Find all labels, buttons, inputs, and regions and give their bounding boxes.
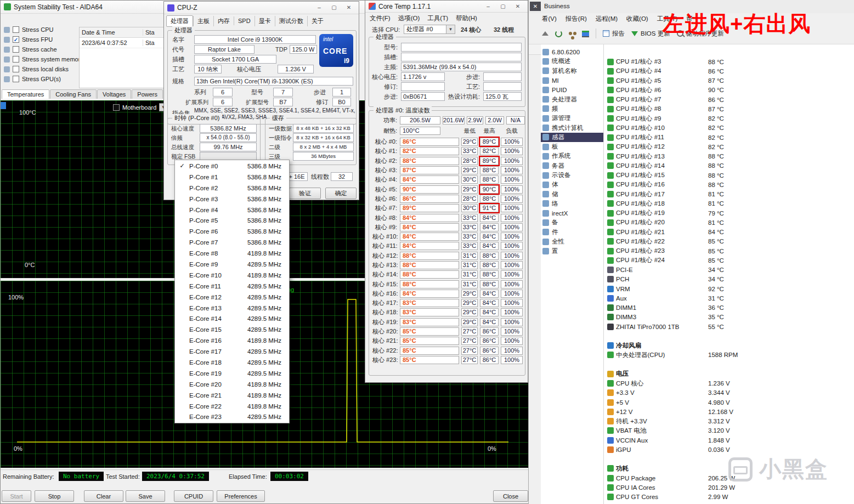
core-menu-item[interactable]: E-Core #16 4189.8 MHz [175,335,289,346]
cpuz-tab[interactable]: 内存 [213,16,234,26]
checkbox[interactable] [13,46,19,53]
maximize-icon[interactable]: ▢ [496,2,510,12]
sensor-row[interactable]: +12 V 12.168 V [604,407,854,416]
clear-button[interactable]: Clear [84,490,123,502]
sensor-row[interactable]: +5 V 4.980 V [604,398,854,407]
tree-item[interactable]: 置 [541,246,603,256]
core-menu-item[interactable]: P-Core #4 5386.8 MHz [175,205,289,216]
sensor-row[interactable]: VRM 92 °C [604,284,854,293]
tree-item[interactable]: 示设备 [541,171,603,180]
sensor-row[interactable]: CPU 核心 1.236 V [604,379,854,388]
core-menu-item[interactable]: E-Core #10 4189.8 MHz [175,270,289,281]
menu-item[interactable]: 文件(F) [370,14,391,22]
cpuz-tab[interactable]: 测试分数 [275,16,307,26]
report-button[interactable]: 报告 [603,30,625,38]
sensor-row[interactable]: PCH 34 °C [604,275,854,284]
sensor-row[interactable]: CPU #1/核心 #8 87 °C [604,104,854,114]
sensor-row[interactable]: VCCIN Aux 1.848 V [604,435,854,445]
sensor-row[interactable]: CPU #1/核心 #12 82 °C [604,142,854,151]
menu-item[interactable]: 选项(O) [398,14,420,22]
refresh-icon[interactable] [555,30,562,37]
cpu-selector[interactable]: 处理器 #0 ▾ [404,25,455,34]
sensor-row[interactable]: CPU #1/核心 #7 86 °C [604,95,854,104]
tree-item[interactable]: 6.80.6200 [541,47,603,56]
sensor-row[interactable]: CPU #1/核心 #3 88 °C [604,57,854,66]
tree-item[interactable]: 作系统 [541,151,603,161]
ok-button[interactable]: 确定 [325,188,357,199]
stress-option[interactable]: Stress GPU(s) [4,74,83,84]
start-button[interactable]: Start [2,490,31,502]
series-selector[interactable]: Motherboard ▾ [113,103,167,111]
tree-item[interactable]: 感器 [541,133,603,142]
sensor-row[interactable]: VBAT 电池 3.120 V [604,426,854,435]
stop-button[interactable]: Stop [35,490,74,502]
core-menu-item[interactable]: P-Core #1 5386.8 MHz [175,172,289,183]
tree-item[interactable]: 络 [541,199,603,208]
stress-option[interactable]: Stress system memory [4,54,83,64]
sensor-row[interactable]: CPU #1/核心 #14 88 °C [604,161,854,171]
core-menu-item[interactable]: E-Core #13 4289.5 MHz [175,303,289,314]
core-menu-item[interactable]: P-Core #7 5386.8 MHz [175,237,289,248]
stress-option[interactable]: Stress FPU [4,35,83,44]
stress-option[interactable]: Stress CPU [4,25,83,35]
sensor-row[interactable]: CPU #1/核心 #17 81 °C [604,190,854,199]
menu-item[interactable]: 报告(R) [565,15,587,23]
tree-item[interactable]: 务器 [541,161,603,171]
maximize-icon[interactable]: ▢ [327,3,341,13]
tree-item[interactable]: 央处理器 [541,94,603,104]
sensor-row[interactable]: PCI-E 34 °C [604,265,854,275]
series-checkbox[interactable] [113,104,120,111]
cpuz-tab[interactable]: 显卡 [254,16,275,26]
sensor-row[interactable]: 电压 [604,369,854,378]
cpuid-button[interactable]: CPUID [174,490,213,502]
minimize-icon[interactable]: – [482,2,495,12]
save-button[interactable]: Save [126,490,165,502]
sensor-row[interactable]: CPU #1/核心 #4 86 °C [604,66,854,76]
sensor-row[interactable]: CPU #1/核心 #16 88 °C [604,180,854,189]
validate-button[interactable]: 验证 [289,188,321,199]
preferences-button[interactable]: Preferences [217,490,265,502]
sensor-row[interactable]: CPU #1/核心 #18 81 °C [604,199,854,208]
stress-option[interactable]: Stress local disks [4,64,83,74]
cpuz-titlebar[interactable]: CPU-Z – ▢ ✕ [164,2,359,14]
close-button[interactable]: Close [493,490,528,502]
coretemp-titlebar[interactable]: Core Temp 1.17.1 – ▢ ✕ [365,1,528,13]
tree-item[interactable]: 算机名称 [541,66,603,76]
chevron-down-icon[interactable]: ▾ [446,25,455,34]
sensor-row[interactable]: ZHITAI TiPro7000 1TB 55 °C [604,322,854,331]
menu-item[interactable]: 帮助(H) [456,14,477,22]
sensor-row[interactable]: CPU #1/核心 #10 82 °C [604,123,854,133]
core-menu-item[interactable]: E-Core #21 4189.8 MHz [175,390,289,401]
checkbox[interactable] [13,56,19,63]
core-menu-item[interactable]: E-Core #14 4289.5 MHz [175,313,289,324]
core-menu-item[interactable]: P-Core #3 5386.8 MHz [175,194,289,205]
minimize-icon[interactable]: – [313,3,326,13]
sensor-row[interactable]: +3.3 V 3.344 V [604,388,854,398]
sensor-row[interactable]: CPU #1/核心 #23 85 °C [604,246,854,256]
graph-tab[interactable]: Voltages [97,89,131,99]
close-icon[interactable]: ✕ [342,3,355,13]
core-menu-item[interactable]: E-Core #12 4289.5 MHz [175,292,289,303]
tree-item[interactable]: 统概述 [541,56,603,66]
core-menu-item[interactable]: P-Core #5 5386.8 MHz [175,215,289,226]
sensor-row[interactable]: CPU #1/核心 #5 87 °C [604,76,854,86]
graph-tab[interactable]: Powers [132,89,163,99]
close-icon[interactable]: ✕ [530,2,541,11]
sensor-row[interactable]: 待机 +3.3V 3.312 V [604,417,854,426]
checkbox[interactable] [13,36,19,43]
sensor-row[interactable] [604,360,854,369]
sensor-row[interactable]: iGPU 0.036 V [604,445,854,454]
checkbox[interactable] [13,26,19,33]
sensor-row[interactable]: CPU #1/核心 #15 88 °C [604,171,854,180]
sensor-row[interactable]: CPU #1/核心 #19 79 °C [604,208,854,218]
checkbox[interactable] [13,66,19,72]
tree-item[interactable]: irectX [541,208,603,218]
sensor-row[interactable]: CPU #1/核心 #21 84 °C [604,228,854,237]
menu-item[interactable]: 收藏(O) [626,15,648,23]
nav-up-icon[interactable] [542,31,548,36]
sensor-row[interactable]: CPU #1/核心 #22 85 °C [604,237,854,246]
tree-item[interactable]: 携式计算机 [541,123,603,132]
sensor-row[interactable] [604,331,854,341]
core-menu-item[interactable]: P-Core #6 5386.8 MHz [175,226,289,237]
core-menu-item[interactable]: E-Core #20 4189.8 MHz [175,379,289,390]
